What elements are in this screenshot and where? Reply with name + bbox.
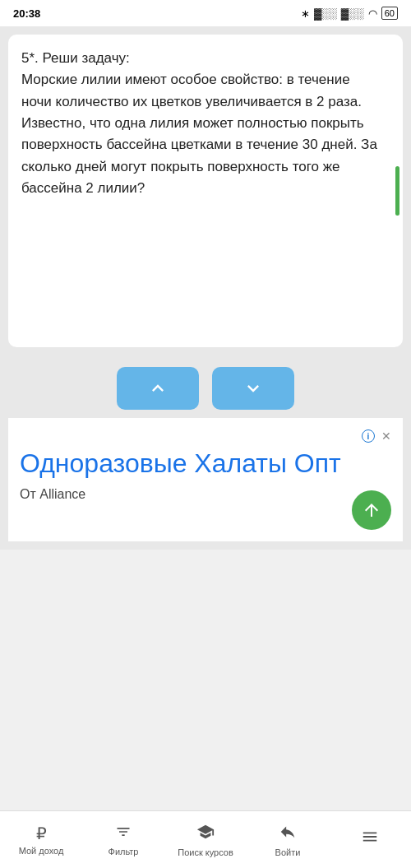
ad-subtitle: От Alliance <box>20 487 391 502</box>
bluetooth-icon: ∗ <box>301 7 310 20</box>
income-label: Мой доход <box>19 846 64 856</box>
courses-label: Поиск курсов <box>178 847 233 857</box>
status-bar: 20:38 ∗ ▓░░ ▓░░ ◠ 60 <box>0 0 411 26</box>
ad-title[interactable]: Одноразовые Халаты Опт <box>20 448 391 479</box>
nav-item-login[interactable]: Войти <box>247 811 329 868</box>
nav-item-courses[interactable]: Поиск курсов <box>164 811 247 868</box>
scroll-top-button[interactable] <box>352 490 391 530</box>
ad-info-bar: i ✕ <box>20 429 391 443</box>
status-time: 20:38 <box>13 7 40 20</box>
ad-section: i ✕ Одноразовые Халаты Опт От Alliance <box>8 418 403 541</box>
filter-label: Фильтр <box>109 847 139 856</box>
chevron-down-icon <box>242 377 265 400</box>
menu-icon <box>361 828 379 850</box>
arrow-up-icon <box>362 500 381 520</box>
main-content: 5*. Реши задачу:Морские лилии имеют особ… <box>0 26 411 550</box>
page-spacer <box>0 550 411 657</box>
login-label: Войти <box>275 847 301 857</box>
signal-icon-1: ▓░░ <box>314 7 337 20</box>
nav-item-menu[interactable] <box>329 811 411 868</box>
login-icon <box>279 823 297 845</box>
nav-item-filter[interactable]: Фильтр <box>82 811 164 868</box>
status-icons: ∗ ▓░░ ▓░░ ◠ 60 <box>301 7 398 20</box>
signal-icon-2: ▓░░ <box>341 7 364 20</box>
ad-close-button[interactable]: ✕ <box>381 429 391 443</box>
question-text: 5*. Реши задачу:Морские лилии имеют особ… <box>21 48 390 199</box>
scroll-thumb <box>395 166 399 216</box>
battery-indicator: 60 <box>381 7 398 20</box>
scroll-indicator <box>395 41 399 354</box>
prev-button[interactable] <box>117 367 199 410</box>
ad-info-icon[interactable]: i <box>362 429 375 443</box>
courses-icon <box>196 823 215 845</box>
filter-icon <box>115 824 132 844</box>
income-icon: ₽ <box>36 824 47 843</box>
nav-buttons <box>8 355 403 418</box>
next-button[interactable] <box>212 367 294 410</box>
question-card: 5*. Реши задачу:Морские лилии имеют особ… <box>8 35 403 347</box>
bottom-nav: ₽ Мой доход Фильтр Поиск курсов Войти <box>0 810 411 868</box>
chevron-up-icon <box>146 377 169 400</box>
nav-item-income[interactable]: ₽ Мой доход <box>0 811 82 868</box>
wifi-icon: ◠ <box>368 7 377 20</box>
